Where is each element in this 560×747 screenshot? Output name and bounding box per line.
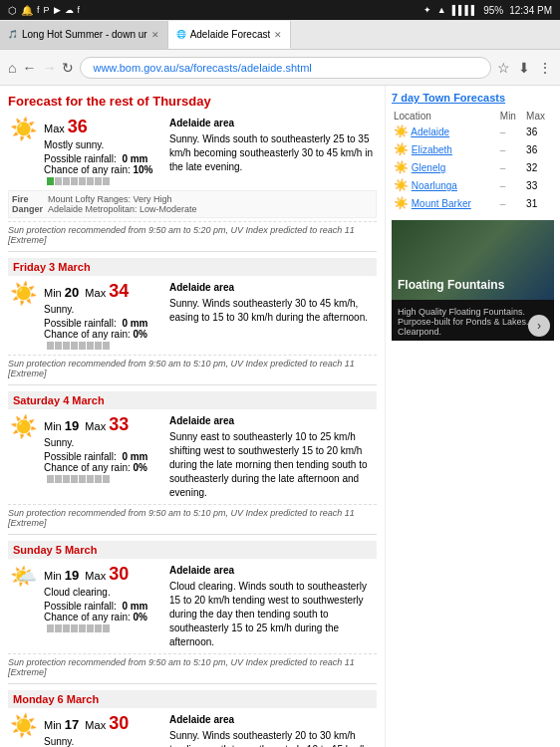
max-col-header: Max — [524, 110, 554, 123]
min-col-header: Min — [498, 110, 524, 123]
location-row-glenelg: ☀️ Glenelg – 32 — [392, 158, 554, 176]
monday-header: Monday 6 March — [8, 690, 377, 708]
thursday-section: ☀️ Max 36 Mostly sunny. Possible rainfal… — [8, 117, 377, 252]
thursday-condition: Mostly sunny. — [44, 139, 163, 150]
forward-button[interactable]: → — [42, 60, 56, 76]
forecast-title: Forecast for the rest of Thursday — [8, 94, 377, 109]
right-sidebar: 7 day Town Forecasts Location Min Max ☀️… — [386, 86, 560, 747]
main-content: Forecast for the rest of Thursday ☀️ Max… — [0, 86, 560, 747]
bluetooth-icon: ⬡ — [8, 5, 17, 16]
saturday-chance: Chance of any rain: 0% — [44, 462, 163, 484]
ad-title: Floating Fountains — [398, 278, 504, 294]
friday-weather-icon: ☀️ — [8, 281, 38, 351]
friday-sun-protection: Sun protection recommended from 9:50 am … — [8, 355, 377, 378]
saturday-header: Saturday 4 March — [8, 391, 377, 409]
forecast-panel: Forecast for the rest of Thursday ☀️ Max… — [0, 86, 386, 747]
saturday-chance-bars — [47, 475, 110, 483]
sunday-section: Sunday 5 March 🌤️ Min 19 Max 30 Cloud cl… — [8, 541, 377, 684]
thursday-weather-icon: ☀️ — [8, 117, 38, 186]
url-input[interactable] — [80, 57, 491, 79]
thursday-chance-bars — [47, 177, 110, 185]
bluetooth-status-icon: ✦ — [423, 5, 431, 15]
friday-chance-bars — [47, 342, 110, 350]
friday-max: 34 — [109, 281, 129, 301]
location-col-header: Location — [392, 110, 498, 123]
forecast-table: Location Min Max ☀️ Adelaide – 36 ☀️ Eli… — [392, 110, 554, 212]
sunday-left-info: Min 19 Max 30 Cloud clearing. Possible r… — [44, 564, 163, 649]
status-icons-left: ⬡ 🔔 f P ▶ ☁ f — [8, 5, 80, 16]
location-row-elizabeth: ☀️ Elizabeth – 36 — [392, 140, 554, 158]
sunday-max: 30 — [109, 564, 129, 584]
back-button[interactable]: ← — [22, 60, 36, 76]
ad-image: Floating Fountains — [392, 220, 554, 300]
download-icon[interactable]: ⬇ — [518, 60, 530, 76]
saturday-left-info: Min 19 Max 33 Sunny. Possible rainfall: … — [44, 414, 163, 500]
tab1-title: Long Hot Summer - down ur — [22, 29, 147, 40]
tab1-favicon: 🎵 — [8, 30, 18, 39]
monday-row: ☀️ Min 17 Max 30 Sunny. Possible rainfal… — [8, 713, 377, 747]
thursday-max: 36 — [68, 117, 88, 136]
battery-level: 95% — [483, 5, 503, 16]
monday-left-info: Min 17 Max 30 Sunny. Possible rainfall: … — [44, 713, 163, 747]
sunday-row: 🌤️ Min 19 Max 30 Cloud clearing. Possibl… — [8, 564, 377, 649]
monday-condition: Sunny. — [44, 736, 163, 747]
tab-1[interactable]: 🎵 Long Hot Summer - down ur ✕ — [0, 21, 168, 49]
ad-caption: High Quality Floating Fountains. Purpose… — [398, 307, 548, 337]
adelaide-icon: ☀️ — [394, 124, 409, 138]
friday-rainfall: Possible rainfall: 0 mm — [44, 318, 163, 329]
tab1-close-icon[interactable]: ✕ — [151, 30, 159, 40]
thursday-chance: Chance of any rain: 10% — [44, 164, 163, 186]
friday-min: 20 — [65, 285, 79, 300]
sunday-chance-bars — [47, 624, 110, 632]
tab2-favicon: 🌐 — [176, 30, 186, 39]
saturday-section: Saturday 4 March ☀️ Min 19 Max 33 Sunny.… — [8, 391, 377, 535]
noarlunga-link[interactable]: Noarlunga — [412, 180, 457, 191]
mount-barker-icon: ☀️ — [394, 196, 409, 210]
thursday-sun-protection: Sun protection recommended from 9:50 am … — [8, 221, 377, 245]
elizabeth-max: 36 — [524, 140, 554, 158]
saturday-min: 19 — [65, 418, 79, 433]
sunday-chance: Chance of any rain: 0% — [44, 612, 163, 633]
thursday-row: ☀️ Max 36 Mostly sunny. Possible rainfal… — [8, 117, 377, 186]
sunday-rainfall: Possible rainfall: 0 mm — [44, 601, 163, 612]
thursday-left-info: Max 36 Mostly sunny. Possible rainfall: … — [44, 117, 163, 186]
sunday-temp: Min 19 Max 30 — [44, 564, 163, 585]
menu-icon[interactable]: ⋮ — [538, 60, 552, 76]
saturday-rainfall: Possible rainfall: 0 mm — [44, 451, 163, 462]
adelaide-max: 36 — [524, 123, 554, 140]
status-bar: ⬡ 🔔 f P ▶ ☁ f ✦ ▲ ▌▌▌▌ 95% 12:34 PM — [0, 0, 560, 20]
saturday-weather-icon: ☀️ — [8, 414, 38, 500]
ad-next-button[interactable]: › — [528, 315, 550, 337]
home-button[interactable]: ⌂ — [8, 60, 16, 76]
saturday-sun-protection: Sun protection recommended from 9:50 am … — [8, 504, 377, 528]
sunday-sun-protection: Sun protection recommended from 9:50 am … — [8, 653, 377, 677]
thursday-temp: Max 36 — [44, 117, 163, 137]
tab2-close-icon[interactable]: ✕ — [274, 30, 282, 40]
fb2-icon: f — [78, 5, 81, 15]
seven-day-link[interactable]: 7 day Town Forecasts — [392, 92, 554, 104]
friday-desc: Adelaide area Sunny. Winds southeasterly… — [169, 281, 377, 351]
sunday-weather-icon: 🌤️ — [8, 564, 38, 649]
location-row-mount-barker: ☀️ Mount Barker – 31 — [392, 194, 554, 212]
friday-chance: Chance of any rain: 0% — [44, 329, 163, 351]
tab2-title: Adelaide Forecast — [190, 29, 271, 40]
glenelg-icon: ☀️ — [394, 160, 409, 174]
tab-bar: 🎵 Long Hot Summer - down ur ✕ 🌐 Adelaide… — [0, 20, 560, 50]
adelaide-link[interactable]: Adelaide — [411, 126, 449, 137]
saturday-row: ☀️ Min 19 Max 33 Sunny. Possible rainfal… — [8, 414, 377, 500]
elizabeth-link[interactable]: Elizabeth — [412, 144, 452, 155]
monday-weather-icon: ☀️ — [8, 713, 38, 747]
cloud-icon: ☁ — [65, 5, 74, 15]
glenelg-link[interactable]: Glenelg — [412, 162, 445, 173]
bookmark-icon[interactable]: ☆ — [497, 60, 510, 76]
mount-barker-link[interactable]: Mount Barker — [412, 198, 471, 209]
tab-2[interactable]: 🌐 Adelaide Forecast ✕ — [168, 21, 292, 49]
saturday-temp: Min 19 Max 33 — [44, 414, 163, 435]
wifi-icon: ▲ — [437, 5, 446, 15]
notification-icon: 🔔 — [21, 5, 33, 16]
mount-barker-min: – — [498, 194, 524, 212]
glenelg-max: 32 — [524, 158, 554, 176]
sunday-desc: Adelaide area Cloud clearing. Winds sout… — [169, 564, 377, 649]
refresh-button[interactable]: ↻ — [62, 60, 74, 76]
thursday-fire-danger: FireDanger Mount Lofty Ranges: Very High… — [8, 190, 377, 218]
